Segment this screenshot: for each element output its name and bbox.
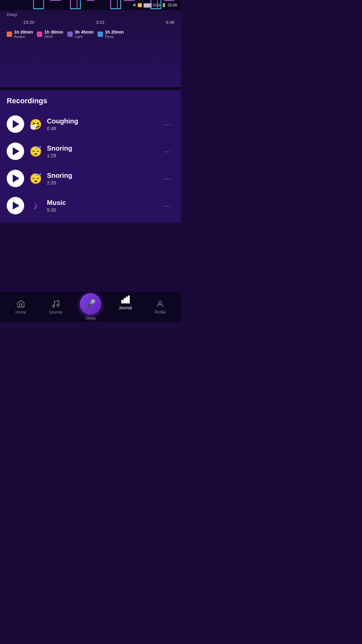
- legend-deep: 1h 20min Deep: [98, 30, 124, 39]
- journal-bar-icon: [121, 295, 130, 304]
- recording-emoji-snoring-2: 😴: [28, 173, 43, 184]
- recording-info-snoring-2: Snoring 2:33: [47, 172, 157, 185]
- nav-label-profile: Profile: [155, 310, 166, 315]
- recording-item-snoring-1: 😴 Snoring 1:29 ···: [7, 138, 174, 165]
- sleep-legend: 1h 20min Awake 1h 30min REM 3h 45min Lig…: [7, 30, 174, 39]
- recording-duration-coughing: 0:48: [47, 126, 157, 131]
- play-icon-music: [13, 202, 19, 210]
- nav-item-home[interactable]: Home: [3, 300, 38, 315]
- recording-info-music: Music 5:30: [47, 199, 157, 213]
- legend-rem: 1h 30min REM: [37, 30, 63, 39]
- recording-emoji-coughing: 🤧: [28, 118, 43, 130]
- svg-point-12: [52, 305, 55, 307]
- nav-label-journal: Journal: [119, 306, 132, 310]
- recording-item-music: ♪ Music 5:30 ···: [7, 192, 174, 219]
- play-button-snoring-1[interactable]: [7, 143, 24, 160]
- recording-more-coughing[interactable]: ···: [161, 118, 174, 131]
- recording-item-snoring-2: 😴 Snoring 2:33 ···: [7, 165, 174, 192]
- play-button-snoring-2[interactable]: [7, 170, 24, 187]
- recording-info-snoring-1: Snoring 1:29: [47, 145, 157, 158]
- legend-dot-deep: [98, 32, 103, 37]
- recording-more-snoring-2[interactable]: ···: [161, 172, 174, 185]
- nav-item-profile[interactable]: Profile: [143, 300, 178, 315]
- svg-rect-17: [122, 300, 123, 303]
- svg-rect-19: [126, 297, 127, 303]
- play-button-music[interactable]: [7, 197, 24, 214]
- bottom-nav: Home Sounds 🎤 Sleep Journal: [0, 292, 181, 322]
- svg-rect-18: [124, 298, 125, 303]
- nav-item-sounds[interactable]: Sounds: [38, 300, 73, 315]
- recording-emoji-music: ♪: [28, 200, 43, 211]
- svg-point-21: [159, 301, 162, 304]
- sleep-chart-svg: [23, 0, 174, 18]
- nav-label-sleep: Sleep: [85, 316, 96, 321]
- sounds-icon: [51, 300, 60, 308]
- time-label-2: 6:46: [166, 20, 174, 25]
- legend-dot-awake: [7, 32, 12, 37]
- recording-duration-snoring-1: 1:29: [47, 153, 157, 158]
- legend-dot-light: [67, 32, 73, 37]
- play-button-coughing[interactable]: [7, 115, 24, 133]
- recording-name-snoring-2: Snoring: [47, 172, 157, 179]
- recording-info-coughing: Coughing 0:48: [47, 117, 157, 131]
- recording-name-coughing: Coughing: [47, 117, 157, 125]
- nav-label-sounds: Sounds: [49, 310, 63, 315]
- nav-item-sleep[interactable]: 🎤 Sleep: [73, 293, 108, 321]
- svg-rect-20: [128, 296, 130, 303]
- home-icon: [16, 300, 25, 308]
- svg-point-13: [57, 304, 59, 307]
- chart-label-deep: Deep: [7, 12, 17, 17]
- play-icon-coughing: [13, 120, 19, 128]
- legend-awake: 1h 20min Awake: [7, 30, 33, 39]
- time-label-1: 3:03: [96, 20, 104, 25]
- time-label-0: 23:20: [23, 20, 35, 25]
- recording-duration-music: 5:30: [47, 207, 157, 213]
- recording-more-snoring-1[interactable]: ···: [161, 145, 174, 158]
- sleep-chart-area: Light Deep: [0, 10, 181, 87]
- legend-dot-rem: [37, 32, 42, 37]
- mic-icon: 🎤: [85, 299, 96, 309]
- legend-light: 3h 45min Light: [67, 30, 94, 39]
- nav-item-journal[interactable]: Journal: [108, 304, 143, 310]
- recording-more-music[interactable]: ···: [161, 199, 174, 212]
- sleep-mic-button[interactable]: 🎤: [80, 293, 101, 315]
- recording-item-coughing: 🤧 Coughing 0:48 ···: [7, 111, 174, 138]
- recording-name-snoring-1: Snoring: [47, 145, 157, 152]
- section-divider: [0, 87, 181, 90]
- recording-name-music: Music: [47, 199, 157, 207]
- nav-label-home: Home: [15, 310, 26, 315]
- recording-emoji-snoring-1: 😴: [28, 146, 43, 157]
- profile-icon: [156, 300, 165, 308]
- recordings-section: Recordings 🤧 Coughing 0:48 ··· 😴 Snoring…: [0, 90, 181, 223]
- play-icon-snoring-1: [13, 147, 19, 155]
- play-icon-snoring-2: [13, 174, 19, 182]
- recording-duration-snoring-2: 2:33: [47, 180, 157, 185]
- recordings-title: Recordings: [7, 97, 174, 105]
